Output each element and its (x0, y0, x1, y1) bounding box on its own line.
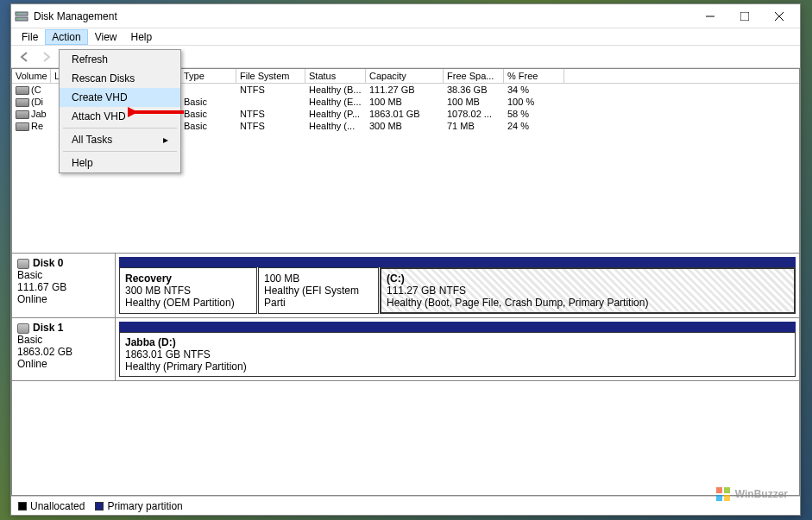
volume-free: 1078.02 ... (444, 108, 504, 120)
svg-rect-20 (724, 487, 730, 493)
disk-row: Disk 0Basic111.67 GBOnlineRecovery300 MB… (12, 254, 799, 318)
menu-help[interactable]: Help (60, 153, 180, 172)
partition-title: (C:) (387, 273, 789, 285)
volume-type: Basic (180, 120, 236, 132)
volume-free: 100 MB (444, 96, 504, 108)
menu-separator (63, 128, 177, 128)
svg-rect-22 (724, 495, 730, 501)
partition[interactable]: 100 MBHealthy (EFI System Parti (258, 267, 379, 314)
partition-status: Healthy (EFI System Parti (264, 285, 373, 309)
disk-size: 1863.02 GB (17, 346, 72, 358)
titlebar: Disk Management (11, 4, 800, 28)
partition-container: Recovery300 MB NTFSHealthy (OEM Partitio… (119, 267, 796, 314)
disk-state: Online (17, 293, 47, 305)
volume-capacity: 100 MB (366, 96, 444, 108)
volume-icon (16, 122, 29, 131)
volume-icon (16, 86, 29, 95)
disk-bar (119, 257, 796, 267)
menu-rescan-disks[interactable]: Rescan Disks (60, 69, 180, 88)
disk-partitions: Jabba (D:)1863.01 GB NTFSHealthy (Primar… (116, 318, 799, 380)
disk-name: Disk 0 (33, 257, 63, 269)
maximize-button[interactable] (727, 5, 762, 28)
volume-status: Healthy (P... (305, 108, 366, 120)
volume-pct: 34 % (504, 84, 564, 96)
volume-name: Re (12, 120, 51, 132)
volume-name: Jab (12, 108, 51, 120)
menu-view[interactable]: View (88, 29, 124, 45)
volume-name: (Di (12, 96, 51, 108)
disk-info[interactable]: Disk 1Basic1863.02 GBOnline (12, 318, 116, 380)
annotation-arrow (128, 103, 188, 121)
back-button[interactable] (16, 48, 34, 66)
partition-size: 111.27 GB NTFS (387, 285, 789, 297)
volume-pct: 58 % (504, 108, 564, 120)
disk-info[interactable]: Disk 0Basic111.67 GBOnline (12, 254, 116, 317)
forward-button[interactable] (37, 48, 54, 66)
partition-status: Healthy (Primary Partition) (125, 360, 790, 373)
volume-fs: NTFS (236, 84, 305, 96)
disk-type: Basic (17, 269, 42, 281)
window-title: Disk Management (34, 10, 693, 22)
menubar: File Action View Help (11, 28, 800, 46)
col-capacity[interactable]: Capacity (366, 69, 444, 83)
partition-size: 1863.01 GB NTFS (125, 348, 790, 360)
volume-type: Basic (180, 96, 236, 108)
partition-title: Recovery (125, 273, 251, 285)
menu-action[interactable]: Action (45, 29, 87, 45)
legend-unallocated: Unallocated (18, 500, 85, 512)
col-pctfree[interactable]: % Free (504, 69, 564, 83)
disk-bar (119, 322, 796, 332)
volume-fs: NTFS (236, 108, 305, 120)
disk-size: 111.67 GB (17, 281, 66, 293)
disk-name: Disk 1 (33, 322, 63, 334)
partition-size: 300 MB NTFS (125, 285, 251, 297)
col-freespace[interactable]: Free Spa... (444, 69, 504, 83)
minimize-button[interactable] (693, 5, 727, 28)
partition[interactable]: (C:)111.27 GB NTFSHealthy (Boot, Page Fi… (380, 267, 796, 314)
col-filesystem[interactable]: File System (236, 69, 305, 83)
disk-icon (17, 323, 29, 334)
disk-management-window: Disk Management File Action View Help ? … (10, 3, 801, 516)
col-volume[interactable]: Volume (12, 69, 51, 83)
menu-all-tasks[interactable]: All Tasks▸ (60, 130, 180, 149)
unallocated-swatch (18, 502, 27, 511)
volume-status: Healthy (... (305, 120, 366, 132)
volume-pct: 100 % (504, 96, 564, 108)
disk-row: Disk 1Basic1863.02 GBOnlineJabba (D:)186… (12, 318, 799, 381)
col-status[interactable]: Status (305, 69, 366, 83)
partition-title: Jabba (D:) (125, 336, 790, 348)
close-button[interactable] (762, 5, 796, 28)
volume-free: 38.36 GB (444, 84, 504, 96)
svg-rect-19 (716, 487, 722, 493)
volume-status: Healthy (B... (305, 84, 366, 96)
volume-capacity: 111.27 GB (366, 84, 444, 96)
volume-capacity: 1863.01 GB (366, 108, 444, 120)
volume-pct: 24 % (504, 120, 564, 132)
menu-file[interactable]: File (15, 29, 45, 45)
volume-type: Basic (180, 108, 236, 120)
volume-type (180, 84, 236, 96)
svg-point-3 (17, 18, 19, 20)
col-type[interactable]: Type (180, 69, 236, 83)
menu-refresh[interactable]: Refresh (60, 50, 180, 69)
legend-primary: Primary partition (95, 500, 182, 512)
submenu-arrow-icon: ▸ (163, 134, 168, 146)
partition[interactable]: Jabba (D:)1863.01 GB NTFSHealthy (Primar… (119, 332, 796, 377)
legend: Unallocated Primary partition (11, 496, 800, 515)
volume-fs: NTFS (236, 120, 305, 132)
partition-status: Healthy (Boot, Page File, Crash Dump, Pr… (387, 297, 789, 309)
disk-state: Online (17, 358, 47, 370)
partition[interactable]: Recovery300 MB NTFSHealthy (OEM Partitio… (119, 267, 257, 314)
col-spacer (564, 69, 799, 83)
app-icon (15, 9, 28, 23)
volume-fs (236, 96, 305, 108)
volume-free: 71 MB (444, 120, 504, 132)
menu-separator (63, 151, 177, 152)
watermark: WinBuzzer (714, 486, 788, 503)
watermark-icon (714, 486, 732, 503)
volume-icon (16, 110, 29, 119)
volume-icon (16, 98, 29, 107)
disk-map[interactable]: Disk 0Basic111.67 GBOnlineRecovery300 MB… (11, 254, 800, 496)
menu-help[interactable]: Help (124, 29, 160, 45)
partition-container: Jabba (D:)1863.01 GB NTFSHealthy (Primar… (119, 332, 796, 377)
